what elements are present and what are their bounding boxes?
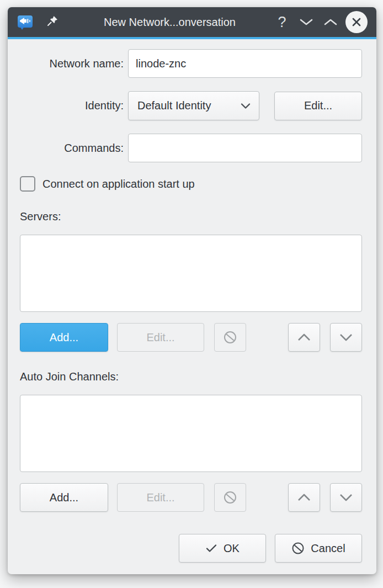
- cancel-label: Cancel: [311, 542, 345, 555]
- konversation-icon: [18, 15, 33, 30]
- window-title: New Network...onversation: [73, 16, 266, 29]
- connect-on-startup-row[interactable]: Connect on application start up: [20, 176, 362, 192]
- commands-label: Commands:: [20, 142, 124, 155]
- channels-edit-button[interactable]: Edit...: [117, 483, 204, 512]
- servers-delete-button[interactable]: [214, 323, 246, 352]
- dialog-body: Network name: Identity: Default Identity…: [8, 39, 376, 574]
- new-network-dialog: New Network...onversation ? Network name…: [8, 7, 376, 574]
- network-name-input[interactable]: [128, 49, 362, 78]
- network-name-label: Network name:: [20, 57, 124, 70]
- cancel-button[interactable]: Cancel: [275, 534, 362, 563]
- identity-edit-label: Edit...: [304, 99, 332, 112]
- identity-select[interactable]: Default Identity: [128, 91, 259, 120]
- servers-add-button[interactable]: Add...: [20, 323, 108, 352]
- channels-delete-button[interactable]: [214, 483, 246, 512]
- channels-move-up-button[interactable]: [288, 483, 320, 512]
- ok-button[interactable]: OK: [179, 534, 266, 563]
- cancel-icon: [291, 542, 305, 555]
- servers-button-row: Add... Edit...: [20, 323, 362, 352]
- help-button[interactable]: ?: [274, 13, 290, 31]
- connect-on-startup-checkbox[interactable]: [20, 176, 35, 192]
- identity-row: Identity: Default Identity Edit...: [20, 91, 362, 120]
- chevron-up-icon: [323, 18, 338, 26]
- channels-add-label: Add...: [50, 491, 78, 504]
- ok-check-icon: [205, 543, 217, 553]
- channels-edit-label: Edit...: [146, 491, 174, 504]
- move-up-icon: [296, 333, 312, 342]
- identity-edit-button[interactable]: Edit...: [274, 92, 362, 120]
- close-button[interactable]: [345, 11, 368, 33]
- servers-move-up-button[interactable]: [288, 323, 320, 352]
- network-name-row: Network name:: [20, 49, 362, 78]
- channels-list[interactable]: [20, 395, 362, 472]
- channels-label: Auto Join Channels:: [20, 370, 362, 383]
- no-entry-icon: [223, 490, 237, 505]
- channels-move-down-button[interactable]: [330, 483, 362, 512]
- ok-label: OK: [224, 542, 240, 555]
- help-icon: ?: [278, 15, 286, 30]
- channels-add-button[interactable]: Add...: [20, 483, 108, 512]
- chevron-down-icon: [299, 18, 313, 26]
- channels-button-row: Add... Edit...: [20, 483, 362, 512]
- identity-label: Identity:: [20, 99, 124, 112]
- dialog-footer: OK Cancel: [20, 534, 362, 563]
- commands-row: Commands:: [20, 134, 362, 162]
- move-down-icon: [338, 493, 354, 502]
- move-up-icon: [296, 493, 312, 502]
- commands-input[interactable]: [128, 134, 362, 162]
- servers-list[interactable]: [20, 235, 362, 312]
- close-icon: [352, 17, 361, 27]
- servers-label: Servers:: [20, 210, 362, 223]
- no-entry-icon: [223, 330, 237, 345]
- servers-add-label: Add...: [50, 331, 78, 344]
- servers-edit-button[interactable]: Edit...: [117, 323, 204, 352]
- move-down-icon: [338, 333, 354, 342]
- pin-icon[interactable]: [46, 14, 59, 30]
- connect-on-startup-label: Connect on application start up: [42, 178, 195, 190]
- servers-edit-label: Edit...: [146, 331, 174, 344]
- maximize-button[interactable]: [322, 13, 339, 31]
- servers-move-down-button[interactable]: [330, 323, 362, 352]
- minimize-button[interactable]: [298, 13, 315, 31]
- titlebar[interactable]: New Network...onversation ?: [8, 7, 376, 37]
- identity-selected-value: Default Identity: [137, 99, 240, 112]
- dropdown-arrow-icon: [240, 103, 251, 109]
